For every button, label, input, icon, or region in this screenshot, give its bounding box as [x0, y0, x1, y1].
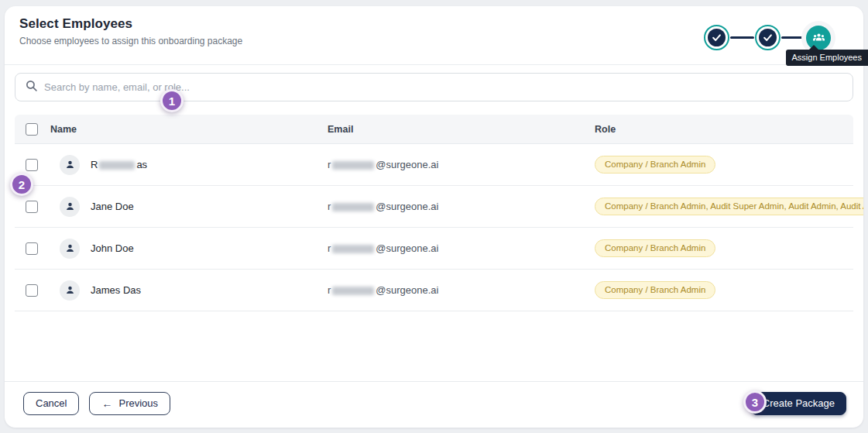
search-box — [15, 73, 853, 101]
previous-button[interactable]: ← Previous — [89, 392, 170, 415]
check-icon — [759, 29, 777, 46]
column-header-email: Email — [328, 124, 595, 135]
role-badge: Company / Branch Admin — [595, 281, 715, 299]
role-badge: Company / Branch Admin — [595, 239, 715, 257]
redacted-text — [332, 203, 374, 211]
search-icon — [25, 79, 38, 95]
check-icon — [708, 29, 726, 46]
redacted-text — [332, 287, 374, 295]
role-badge: Company / Branch Admin — [595, 156, 715, 174]
cancel-button[interactable]: Cancel — [23, 392, 79, 415]
page-subtitle: Choose employees to assign this onboardi… — [19, 36, 242, 46]
employee-email: r@surgeone.ai — [328, 159, 595, 170]
select-all-checkbox[interactable] — [26, 123, 38, 136]
employee-name: Ras — [91, 159, 147, 170]
person-avatar-icon — [60, 239, 80, 259]
person-avatar-icon — [60, 280, 80, 301]
assign-employees-tooltip: Assign Employees — [786, 50, 868, 66]
table-row[interactable]: John Doe r@surgeone.ai Company / Branch … — [15, 228, 853, 270]
people-group-icon — [811, 30, 826, 45]
table-row[interactable]: James Das r@surgeone.ai Company / Branch… — [15, 270, 853, 311]
step-connector — [730, 36, 754, 39]
redacted-text — [332, 245, 374, 253]
column-header-name: Name — [50, 124, 328, 135]
page-title: Select Employees — [19, 16, 242, 32]
employee-email: r@surgeone.ai — [328, 201, 595, 212]
card-header: Select Employees Choose employees to ass… — [5, 6, 863, 65]
table-header-row: Name Email Role — [15, 115, 853, 144]
step-1-complete[interactable] — [704, 25, 729, 50]
employee-name: James Das — [91, 284, 141, 296]
header-text-block: Select Employees Choose employees to ass… — [19, 16, 242, 46]
row-checkbox[interactable] — [26, 159, 38, 171]
select-employees-page: Select Employees Choose employees to ass… — [0, 0, 868, 433]
employee-email: r@surgeone.ai — [328, 284, 595, 296]
employee-name: John Doe — [91, 242, 134, 254]
role-badge: Company / Branch Admin, Audit Super Admi… — [595, 198, 863, 215]
table-row[interactable]: Jane Doe r@surgeone.ai Company / Branch … — [15, 186, 853, 228]
onboarding-package-card: Select Employees Choose employees to ass… — [5, 6, 863, 428]
left-arrow-icon: ← — [101, 398, 112, 409]
row-checkbox[interactable] — [26, 284, 38, 297]
step-connector — [781, 36, 805, 39]
employee-name: Jane Doe — [91, 201, 134, 212]
annotation-badge-3: 3 — [743, 390, 767, 414]
card-body: Name Email Role Ras r@surgeone.ai Compan… — [5, 65, 863, 381]
step-2-complete[interactable] — [755, 25, 781, 50]
employees-table: Name Email Role Ras r@surgeone.ai Compan… — [15, 115, 853, 311]
redacted-text — [332, 161, 374, 170]
row-checkbox[interactable] — [26, 201, 38, 213]
card-footer: Cancel ← Previous Create Package — [5, 381, 863, 428]
person-avatar-icon — [60, 155, 80, 175]
employee-email: r@surgeone.ai — [328, 242, 595, 254]
person-avatar-icon — [60, 197, 80, 217]
column-header-role: Role — [595, 124, 853, 135]
annotation-badge-2: 2 — [10, 173, 33, 196]
annotation-badge-1: 1 — [160, 89, 184, 112]
redacted-text — [99, 161, 135, 170]
footer-left-buttons: Cancel ← Previous — [23, 392, 170, 415]
row-checkbox[interactable] — [26, 242, 38, 255]
table-row[interactable]: Ras r@surgeone.ai Company / Branch Admin — [15, 144, 853, 186]
